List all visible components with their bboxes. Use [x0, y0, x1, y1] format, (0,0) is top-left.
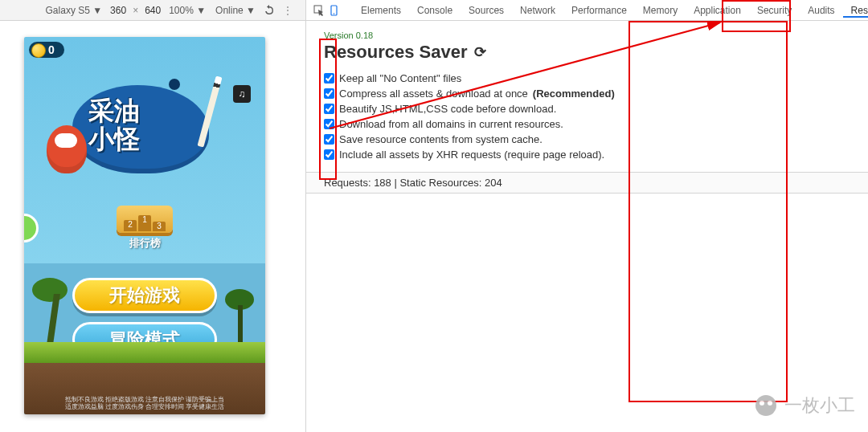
option-label: Download from all domains in current res… [339, 118, 563, 130]
option-label: Save resource contents from system cache… [339, 133, 542, 145]
ranking-label: 排行榜 [117, 236, 173, 251]
option-row[interactable]: Keep all "No Content" files [324, 72, 850, 84]
ranking-button[interactable]: 213 排行榜 [117, 206, 173, 251]
device-toolbar: Galaxy S5 ▼ 360 × 640 100% ▼ Online ▼ ⋮ [0, 0, 305, 21]
option-row[interactable]: Compress all assets & download at once (… [324, 88, 850, 100]
svg-point-2 [334, 13, 335, 14]
option-row[interactable]: Beautify JS,HTML,CSS code before downloa… [324, 103, 850, 115]
tab-performance[interactable]: Performance [563, 5, 635, 16]
tab-application[interactable]: Application [686, 5, 749, 16]
resources-saver-panel: Version 0.18 Resources Saver ⟳ Keep all … [306, 21, 868, 203]
watermark: 一枚小工 [755, 393, 855, 418]
tab-resourcessaver[interactable]: ResourcesSaver [843, 5, 868, 18]
option-label-strong: (Recommended) [533, 88, 615, 100]
device-select[interactable]: Galaxy S5 ▼ [41, 3, 108, 18]
inspect-icon[interactable] [313, 4, 325, 17]
option-checkbox[interactable] [324, 88, 334, 99]
option-label: Include all assets by XHR requests (requ… [339, 149, 604, 161]
devtools-tabbar: ElementsConsoleSourcesNetworkPerformance… [306, 0, 868, 21]
watermark-text: 一枚小工 [784, 393, 855, 418]
option-checkbox[interactable] [324, 119, 334, 129]
option-checkbox[interactable] [324, 73, 334, 84]
device-width[interactable]: 360 [107, 5, 129, 16]
option-label: Beautify JS,HTML,CSS code before downloa… [339, 103, 556, 115]
side-button[interactable] [24, 214, 39, 242]
device-height[interactable]: 640 [141, 5, 164, 16]
tab-security[interactable]: Security [749, 5, 800, 16]
start-game-button[interactable]: 开始游戏 [72, 278, 217, 313]
coin-counter: 0 [29, 42, 64, 58]
option-row[interactable]: Download from all domains in current res… [324, 118, 850, 130]
zoom-select[interactable]: 100% ▼ [164, 3, 211, 18]
device-more-icon[interactable]: ⋮ [278, 5, 297, 16]
panel-title: Resources Saver ⟳ [324, 42, 850, 63]
disclaimer-text: 抵制不良游戏 拒绝盗版游戏 注意自我保护 谨防受骗上当适度游戏益脑 过度游戏伤身… [24, 396, 265, 411]
option-row[interactable]: Include all assets by XHR requests (requ… [324, 149, 850, 161]
option-label: Compress all assets & download at once [339, 88, 528, 100]
pencil-icon [197, 75, 222, 147]
option-checkbox[interactable] [324, 104, 334, 114]
option-label: Keep all "No Content" files [339, 72, 461, 84]
wechat-icon [755, 395, 776, 416]
tab-audits[interactable]: Audits [800, 5, 842, 16]
device-mult: × [129, 5, 141, 16]
option-row[interactable]: Save resource contents from system cache… [324, 133, 850, 145]
music-icon: ♫ [239, 88, 246, 100]
game-preview: 0 ♫ 采油小怪 213 排行榜 开始游戏 冒险模式 [24, 37, 265, 414]
tree-decoration [32, 278, 72, 350]
option-checkbox[interactable] [324, 149, 334, 160]
reload-icon[interactable]: ⟳ [474, 43, 486, 61]
tab-console[interactable]: Console [409, 5, 461, 16]
option-checkbox[interactable] [324, 134, 334, 145]
version-label: Version 0.18 [324, 31, 850, 40]
tab-sources[interactable]: Sources [461, 5, 512, 16]
game-logo: 采油小怪 [72, 85, 217, 190]
stats-bar: Requests: 188 | Static Resources: 204 [306, 172, 868, 194]
tab-elements[interactable]: Elements [353, 5, 409, 16]
tab-memory[interactable]: Memory [635, 5, 686, 16]
device-mode-icon[interactable] [330, 4, 341, 17]
network-select[interactable]: Online ▼ [211, 3, 260, 18]
trophy-icon: 213 [117, 206, 173, 233]
rotate-icon[interactable] [263, 4, 276, 17]
music-toggle[interactable]: ♫ [233, 85, 251, 103]
tab-network[interactable]: Network [512, 5, 563, 16]
monster-icon [47, 125, 87, 173]
